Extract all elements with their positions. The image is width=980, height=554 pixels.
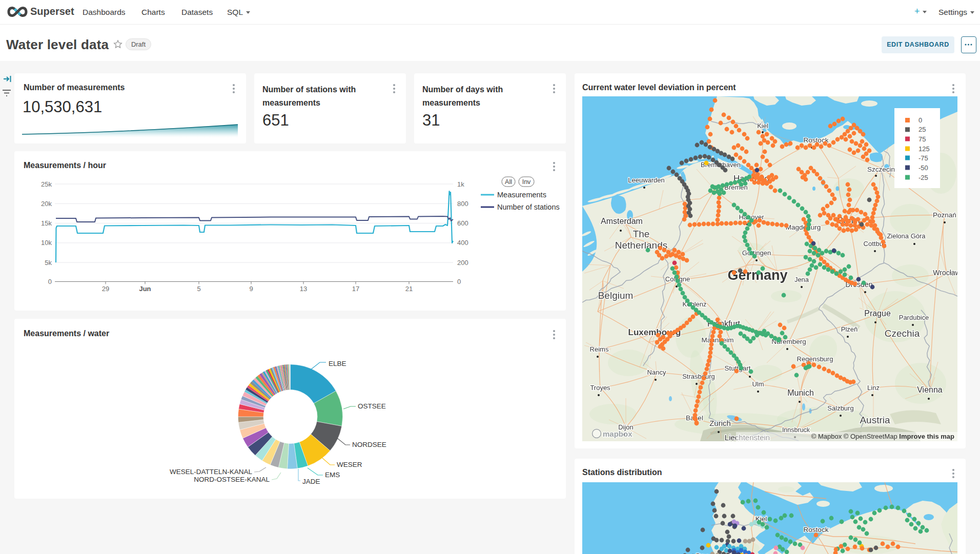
svg-text:Ulm: Ulm bbox=[752, 380, 764, 388]
svg-text:Mannheim: Mannheim bbox=[701, 336, 733, 344]
svg-text:9: 9 bbox=[249, 285, 253, 293]
svg-text:-25: -25 bbox=[918, 174, 928, 181]
svg-text:Poznań: Poznań bbox=[933, 211, 956, 219]
svg-text:Pardubice: Pardubice bbox=[899, 314, 929, 321]
svg-text:EMS: EMS bbox=[325, 471, 340, 479]
svg-text:Number of stations: Number of stations bbox=[497, 203, 560, 211]
svg-text:0: 0 bbox=[457, 278, 461, 285]
svg-text:0: 0 bbox=[48, 278, 52, 285]
svg-text:25: 25 bbox=[918, 126, 926, 133]
svg-text:Inv: Inv bbox=[522, 178, 531, 186]
svg-text:5: 5 bbox=[197, 285, 200, 293]
svg-text:75: 75 bbox=[918, 135, 926, 143]
svg-text:WESEL-DATTELN-KANAL: WESEL-DATTELN-KANAL bbox=[170, 468, 253, 476]
svg-text:Salzburg: Salzburg bbox=[827, 404, 853, 412]
svg-text:13: 13 bbox=[300, 285, 307, 293]
svg-text:All: All bbox=[505, 178, 512, 186]
svg-text:17: 17 bbox=[352, 285, 359, 293]
svg-text:Measurements: Measurements bbox=[497, 191, 546, 199]
svg-text:Szczecin: Szczecin bbox=[867, 166, 895, 173]
svg-text:Zurich: Zurich bbox=[709, 419, 731, 427]
svg-text:1k: 1k bbox=[457, 180, 464, 188]
svg-text:Strasbourg: Strasbourg bbox=[682, 373, 715, 380]
svg-text:mapbox: mapbox bbox=[603, 429, 632, 438]
svg-text:Linz: Linz bbox=[867, 384, 880, 392]
svg-text:15k: 15k bbox=[41, 219, 52, 227]
svg-text:Rostock: Rostock bbox=[804, 526, 829, 534]
svg-text:Regensburg: Regensburg bbox=[797, 355, 833, 363]
svg-text:Magdeburg: Magdeburg bbox=[786, 223, 821, 231]
svg-text:200: 200 bbox=[457, 259, 468, 266]
svg-text:Troyes: Troyes bbox=[590, 384, 610, 392]
svg-text:Austria: Austria bbox=[860, 415, 890, 425]
svg-text:Czechia: Czechia bbox=[885, 328, 920, 339]
svg-text:Jun: Jun bbox=[139, 285, 151, 293]
svg-text:400: 400 bbox=[457, 239, 468, 247]
svg-text:NORDSEE: NORDSEE bbox=[352, 441, 386, 448]
svg-text:Belgium: Belgium bbox=[598, 290, 634, 301]
svg-text:OSTSEE: OSTSEE bbox=[358, 402, 386, 410]
svg-text:Prague: Prague bbox=[864, 309, 891, 318]
svg-text:600: 600 bbox=[457, 219, 468, 227]
svg-text:Amsterdam: Amsterdam bbox=[601, 217, 643, 225]
svg-text:NORD-OSTSEE-KANAL: NORD-OSTSEE-KANAL bbox=[194, 476, 270, 483]
svg-text:WESER: WESER bbox=[337, 461, 362, 468]
svg-text:20k: 20k bbox=[41, 200, 52, 208]
svg-text:29: 29 bbox=[102, 285, 109, 293]
svg-text:Germany: Germany bbox=[727, 268, 787, 283]
svg-text:5k: 5k bbox=[45, 259, 52, 266]
svg-text:Leeuwarden: Leeuwarden bbox=[628, 176, 665, 184]
svg-text:125: 125 bbox=[918, 145, 930, 153]
svg-text:25k: 25k bbox=[41, 180, 52, 188]
svg-text:0: 0 bbox=[918, 116, 922, 124]
svg-text:© Mapbox © OpenStreetMap Impro: © Mapbox © OpenStreetMap Improve this ma… bbox=[811, 433, 954, 440]
svg-text:21: 21 bbox=[405, 285, 413, 293]
svg-text:-75: -75 bbox=[918, 154, 928, 162]
svg-text:Kiel: Kiel bbox=[757, 122, 768, 130]
svg-text:Nancy: Nancy bbox=[647, 368, 666, 376]
svg-text:800: 800 bbox=[457, 200, 468, 208]
svg-text:Wrocław: Wrocław bbox=[933, 269, 957, 277]
svg-text:Reims: Reims bbox=[590, 345, 609, 353]
svg-text:JADE: JADE bbox=[302, 478, 320, 485]
svg-text:Plzeň: Plzeň bbox=[841, 325, 858, 333]
svg-text:Zielona Góra: Zielona Góra bbox=[887, 232, 926, 240]
svg-text:ELBE: ELBE bbox=[329, 360, 346, 367]
svg-text:The: The bbox=[633, 229, 650, 239]
svg-text:10k: 10k bbox=[41, 239, 52, 247]
svg-text:Vienna: Vienna bbox=[917, 385, 943, 394]
svg-text:-50: -50 bbox=[918, 164, 928, 172]
svg-text:Munich: Munich bbox=[787, 388, 814, 397]
svg-text:Jena: Jena bbox=[794, 276, 809, 283]
